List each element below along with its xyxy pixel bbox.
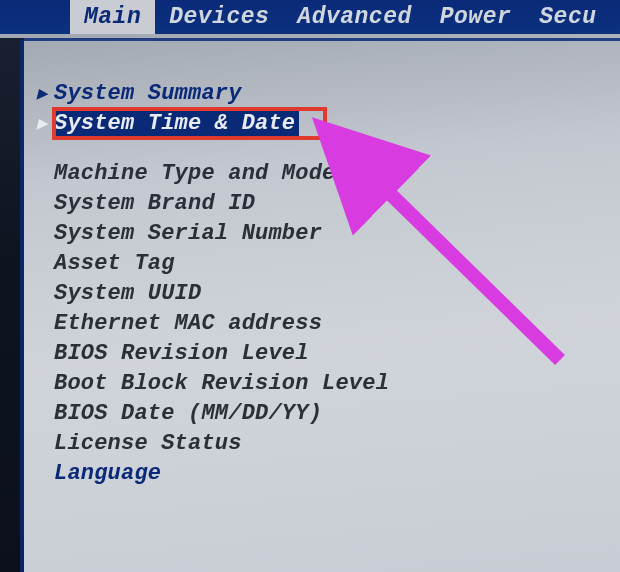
tab-advanced[interactable]: Advanced	[283, 0, 425, 34]
field-machine-type-model: Machine Type and Model	[30, 158, 620, 188]
tab-security[interactable]: Secu	[525, 0, 610, 34]
tab-devices[interactable]: Devices	[155, 0, 283, 34]
submenu-system-time-date[interactable]: ▶ System Time & Date	[30, 108, 620, 138]
triangle-right-icon: ▶	[30, 112, 54, 134]
field-license-status: License Status	[30, 428, 620, 458]
field-bios-date: BIOS Date (MM/DD/YY)	[30, 398, 620, 428]
field-language[interactable]: Language	[30, 458, 620, 488]
menu-separator	[24, 38, 620, 41]
tab-main[interactable]: Main	[70, 0, 155, 34]
field-boot-block-revision: Boot Block Revision Level	[30, 368, 620, 398]
highlight-box	[52, 107, 327, 140]
field-label: Asset Tag	[54, 251, 175, 276]
field-label: Boot Block Revision Level	[54, 371, 389, 396]
field-label: BIOS Date (MM/DD/YY)	[54, 401, 322, 426]
bios-screen: Main Devices Advanced Power Secu ▶ Syste…	[0, 0, 620, 572]
field-label: License Status	[54, 431, 242, 456]
submenu-label: System Summary	[54, 81, 242, 106]
field-label: System Serial Number	[54, 221, 322, 246]
tab-power[interactable]: Power	[426, 0, 526, 34]
main-panel: ▶ System Summary ▶ System Time & Date Ma…	[30, 78, 620, 488]
field-label: Ethernet MAC address	[54, 311, 322, 336]
field-label: System Brand ID	[54, 191, 255, 216]
field-label: Language	[54, 461, 161, 486]
triangle-right-icon: ▶	[30, 82, 54, 104]
field-label: System UUID	[54, 281, 201, 306]
field-system-serial-number: System Serial Number	[30, 218, 620, 248]
field-asset-tag: Asset Tag	[30, 248, 620, 278]
field-system-uuid: System UUID	[30, 278, 620, 308]
field-label: BIOS Revision Level	[54, 341, 309, 366]
menu-bar: Main Devices Advanced Power Secu	[0, 0, 620, 34]
field-label: Machine Type and Model	[54, 161, 349, 186]
field-bios-revision: BIOS Revision Level	[30, 338, 620, 368]
field-ethernet-mac: Ethernet MAC address	[30, 308, 620, 338]
submenu-system-summary[interactable]: ▶ System Summary	[30, 78, 620, 108]
frame-inner-line	[20, 40, 24, 572]
field-system-brand-id: System Brand ID	[30, 188, 620, 218]
